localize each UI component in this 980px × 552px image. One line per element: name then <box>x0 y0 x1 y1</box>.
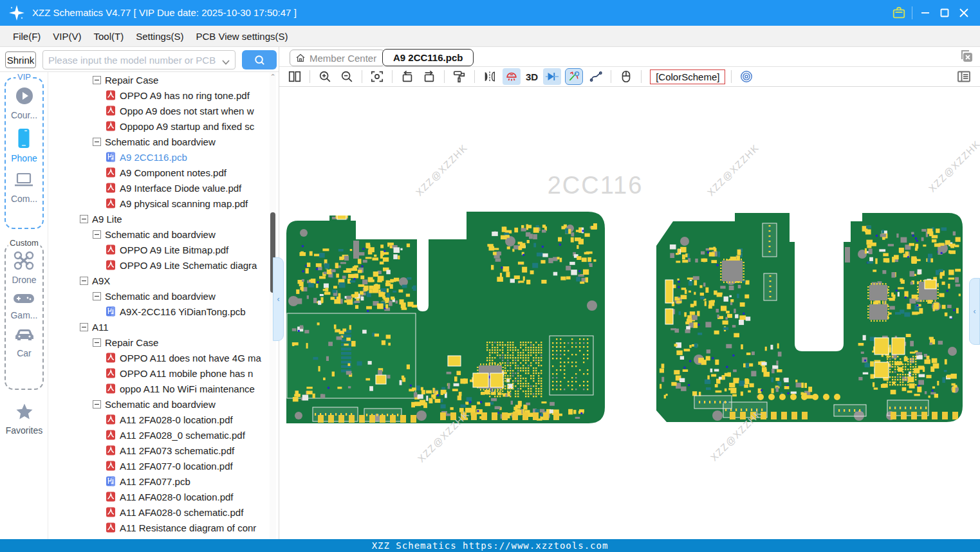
menu-item-1[interactable]: File(F) <box>12 28 42 44</box>
tree-item-group[interactable]: A9X <box>48 273 270 288</box>
collapse-icon[interactable] <box>80 323 88 331</box>
collapse-icon[interactable] <box>93 138 101 146</box>
sidebar-item-computer[interactable]: Com... <box>11 171 37 204</box>
tree-item-group[interactable]: Repair Case <box>48 335 270 350</box>
titlebar-separator <box>911 0 912 26</box>
tree-item-group[interactable]: A11 <box>48 319 270 335</box>
toolbar-separator <box>474 70 475 83</box>
sidebar-group-label: VIP <box>15 72 33 82</box>
toolbar-color-scheme-button[interactable]: [ColorScheme] <box>650 69 725 84</box>
toolbar-mirror-flip-icon[interactable] <box>481 68 499 85</box>
tree-item-group[interactable]: Schematic and boardview <box>48 396 270 412</box>
pdf-file-icon <box>106 383 116 394</box>
toolbar-measure-icon[interactable] <box>565 68 583 85</box>
collapse-icon[interactable] <box>93 76 101 84</box>
tree-item-pdf[interactable]: Oppo A9 does not start when w <box>48 103 270 118</box>
tree-item-group[interactable]: Schematic and boardview <box>48 226 270 242</box>
pdf-file-icon <box>106 183 116 193</box>
tree-item-group[interactable]: Schematic and boardview <box>48 288 270 304</box>
toolbar-zoom-in-icon[interactable] <box>316 68 334 85</box>
menu-item-2[interactable]: VIP(V) <box>51 28 82 44</box>
tree-item-pdf[interactable]: OPPO A9 has no ring tone.pdf <box>48 87 270 103</box>
toolbar-rotate-left-icon[interactable] <box>398 68 416 85</box>
sidebar-item-favorites[interactable]: Favorites <box>0 402 48 436</box>
tree-item-pdf[interactable]: OPPO A11 mobile phone has n <box>48 365 270 381</box>
toolbar-mouse-icon[interactable] <box>617 68 635 85</box>
toolbar-separator <box>310 70 310 83</box>
tree-item-pcb[interactable]: A11 2FA077.pcb <box>48 474 270 489</box>
close-button[interactable] <box>954 0 974 26</box>
tab-pcb-file[interactable]: A9 2CC116.pcb <box>382 49 474 66</box>
tree-item-pdf[interactable]: A11 2FA077-0 location.pdf <box>48 458 270 474</box>
gamepad-icon <box>13 291 35 308</box>
tree-item-pdf[interactable]: A11 2FA028_0 schematic.pdf <box>48 427 270 443</box>
collapse-icon[interactable] <box>80 215 88 223</box>
toolbar-view-3d-icon[interactable]: 3D <box>524 68 539 85</box>
tree-item-pdf[interactable]: A11 AFA028-0 location.pdf <box>48 489 270 504</box>
tree-item-pcb[interactable]: A9X-2CC116 YiDianTong.pcb <box>48 304 270 319</box>
menu-item-5[interactable]: PCB View settings(S) <box>194 28 289 44</box>
member-center-button[interactable]: Member Center <box>290 50 385 66</box>
tree-item-pdf[interactable]: OPPO A9 Lite Bitmap.pdf <box>48 242 270 257</box>
collapse-icon[interactable] <box>80 277 88 285</box>
tree-item-label: Oppo A9 does not start when w <box>120 106 254 116</box>
collapse-icon[interactable] <box>93 400 101 409</box>
tree-item-group[interactable]: Repair Case <box>48 72 270 87</box>
menu-item-3[interactable]: Tool(T) <box>93 28 125 44</box>
pcb-canvas[interactable]: XZZ@XZZHKXZZ@XZZHKXZZ@XZZHKXZZ@XZZHKXZZ@… <box>279 87 980 539</box>
tree-item-pdf[interactable]: A11 2FA028-0 location.pdf <box>48 412 270 427</box>
collapse-icon[interactable] <box>93 230 101 239</box>
toolbar-fit-screen-icon[interactable] <box>368 68 386 85</box>
search-combobox[interactable] <box>42 50 236 69</box>
shrink-button[interactable]: Shrink <box>5 51 36 68</box>
toolbar-split-view-icon[interactable] <box>286 68 304 85</box>
tree-item-pdf[interactable]: A9 Component notes.pdf <box>48 165 270 180</box>
sidebar-group-custom: CustomDroneGam...Car <box>5 243 44 390</box>
search-button[interactable] <box>242 50 277 69</box>
tree-item-pdf[interactable]: OPPO A9 Lite Schematic diagra <box>48 257 270 273</box>
window-title: XZZ Schematics V4.77 [ VIP Due date: 202… <box>32 0 297 26</box>
sidebar-item-courses[interactable]: Cour... <box>11 86 37 120</box>
pcb-boardview: XZZ@XZZHKXZZ@XZZHKXZZ@XZZHKXZZ@XZZHKXZZ@… <box>279 87 980 539</box>
sidebar-item-drone[interactable]: Drone <box>12 251 36 285</box>
tree-item-pdf[interactable]: A11 2FA073 schematic.pdf <box>48 443 270 458</box>
collapse-icon[interactable] <box>93 292 101 300</box>
toolbar-rotate-right-icon[interactable] <box>420 68 438 85</box>
tree-item-pdf[interactable]: OPPO A11 does not have 4G ma <box>48 350 270 365</box>
close-document-icon[interactable] <box>959 50 974 66</box>
tree-item-pdf[interactable]: A11 AFA028-0 schematic.pdf <box>48 504 270 520</box>
sidebar-item-phone[interactable]: Phone <box>11 128 37 163</box>
license-icon[interactable] <box>888 0 910 26</box>
sidebar-item-car[interactable]: Car <box>14 327 35 358</box>
tree-item-label: A9 Lite <box>92 214 122 225</box>
tree-item-pdf[interactable]: A11 Resistance diagram of conr <box>48 520 270 535</box>
layers-panel-icon[interactable] <box>957 69 971 86</box>
tree-item-pdf[interactable]: oppo A11 No WiFi maintenance <box>48 381 270 396</box>
maximize-button[interactable] <box>936 0 954 26</box>
toolbar-zoom-out-icon[interactable] <box>338 68 356 85</box>
tree-item-label: A11 2FA077-0 location.pdf <box>120 461 233 472</box>
pdf-file-icon <box>106 430 116 440</box>
tree-item-pdf[interactable]: Oppopo A9 startup and fixed sc <box>48 118 270 134</box>
sidebar-item-games[interactable]: Gam... <box>10 291 37 320</box>
menu-item-4[interactable]: Settings(S) <box>134 28 185 44</box>
toolbar-diode-icon[interactable] <box>543 68 561 85</box>
pcb-file-icon <box>106 152 116 162</box>
tree-item-group[interactable]: A9 Lite <box>48 211 270 226</box>
chevron-down-icon[interactable] <box>221 57 230 68</box>
toolbar-eye-rings-icon[interactable] <box>737 68 755 85</box>
toolbar-curve-icon[interactable] <box>587 68 605 85</box>
collapse-icon[interactable] <box>93 338 101 347</box>
search-input[interactable] <box>48 51 217 68</box>
tree-item-label: A9 Component notes.pdf <box>120 167 227 178</box>
tree-item-pdf[interactable]: A9 Interface Diode value.pdf <box>48 180 270 196</box>
scroll-up-arrow[interactable]: ⌃ <box>269 73 277 80</box>
toolbar-paint-roller-icon[interactable] <box>450 68 468 85</box>
minimize-button[interactable] <box>916 0 934 26</box>
collapse-tree-handle[interactable]: ‹ <box>273 257 284 341</box>
tree-item-pdf[interactable]: A9 physical scanning map.pdf <box>48 196 270 211</box>
tree-item-group[interactable]: Schematic and boardview <box>48 134 270 149</box>
collapse-right-handle[interactable]: ‹ <box>969 278 980 345</box>
tree-item-pcb[interactable]: A9 2CC116.pcb <box>48 149 270 165</box>
toolbar-lamp-icon[interactable] <box>503 68 521 85</box>
